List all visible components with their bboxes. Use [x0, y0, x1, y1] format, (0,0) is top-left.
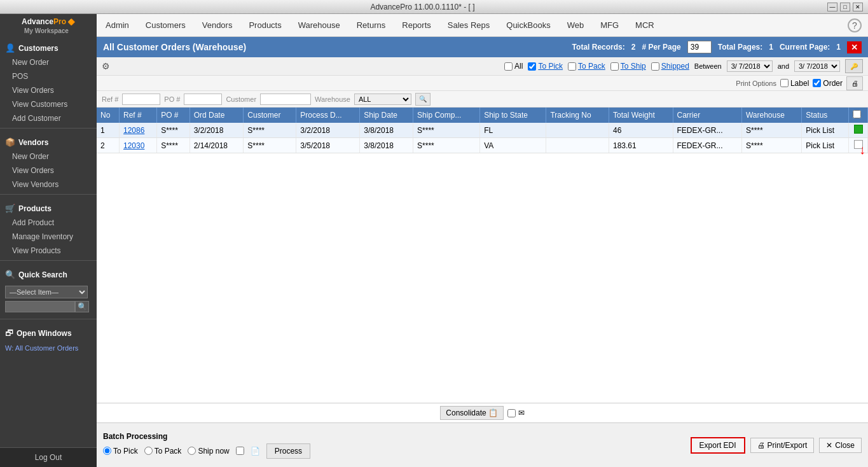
- menu-products[interactable]: Products: [246, 19, 284, 31]
- select-all-checkbox[interactable]: [853, 110, 861, 118]
- menu-mfg[interactable]: MFG: [598, 19, 621, 31]
- sidebar-item-view-vendors[interactable]: View Vendors: [0, 178, 97, 192]
- po-search-input[interactable]: [184, 94, 222, 105]
- menu-vendors[interactable]: Vendors: [200, 19, 235, 31]
- col-customer: Customer: [244, 108, 296, 123]
- cell-ship-comp: S****: [413, 138, 480, 153]
- menu-admin[interactable]: Admin: [103, 19, 132, 31]
- filter-row: ⚙ All To Pick To Pack: [97, 57, 868, 76]
- shipped-checkbox[interactable]: [651, 62, 659, 71]
- menu-sales-reps[interactable]: Sales Reps: [445, 19, 492, 31]
- sidebar-item-manage-inventory[interactable]: Manage Inventory: [0, 230, 97, 244]
- shipped-filter-text[interactable]: Shipped: [661, 62, 689, 71]
- menu-warehouse[interactable]: Warehouse: [296, 19, 343, 31]
- menu-customers[interactable]: Customers: [143, 19, 188, 31]
- title-bar: AdvancePro 11.00.0.1110* - [ ] — □ ✕: [0, 0, 868, 14]
- sidebar-item-new-order-vend[interactable]: New Order: [0, 150, 97, 164]
- to-pick-radio-label[interactable]: To Pick: [103, 447, 138, 456]
- menu-quickbooks[interactable]: QuickBooks: [504, 19, 553, 31]
- order-print-checkbox[interactable]: [813, 79, 821, 87]
- ref-link[interactable]: 12086: [123, 126, 144, 135]
- search-go-btn[interactable]: 🔍: [415, 93, 431, 106]
- minimize-btn[interactable]: —: [827, 3, 837, 11]
- export-edi-btn[interactable]: Export EDI: [691, 437, 745, 454]
- open-window-all-customer-orders[interactable]: W: All Customer Orders: [5, 343, 92, 353]
- to-ship-checkbox[interactable]: [610, 62, 619, 71]
- col-no: No: [97, 108, 120, 123]
- sidebar-divider-4: [0, 319, 97, 319]
- sidebar-item-pos[interactable]: POS: [0, 69, 97, 83]
- ship-now-radio-label[interactable]: Ship now: [188, 447, 229, 456]
- ref-link[interactable]: 12030: [123, 141, 144, 150]
- to-pack-radio[interactable]: [144, 447, 153, 455]
- quick-search-input[interactable]: [5, 301, 75, 312]
- cell-process-date: 3/2/2018: [296, 123, 360, 138]
- menu-web[interactable]: Web: [565, 19, 587, 31]
- per-page-input[interactable]: [687, 41, 712, 53]
- all-checkbox[interactable]: [504, 62, 513, 71]
- customer-search-input[interactable]: [260, 94, 311, 105]
- shipped-filter-label[interactable]: Shipped: [651, 62, 689, 71]
- print-btn[interactable]: 🖨: [846, 76, 863, 90]
- to-pack-filter-text[interactable]: To Pack: [578, 62, 605, 71]
- to-pick-checkbox[interactable]: [528, 62, 536, 71]
- sidebar-item-view-orders-cust[interactable]: View Orders: [0, 83, 97, 97]
- menu-returns[interactable]: Returns: [354, 19, 389, 31]
- help-icon[interactable]: ?: [848, 18, 862, 32]
- cell-ship-state: FL: [480, 123, 546, 138]
- cell-ref[interactable]: 12086: [120, 123, 157, 138]
- between-label: Between: [694, 62, 722, 70]
- sidebar-open-windows-header: 🗗 Open Windows: [0, 324, 97, 340]
- sidebar-item-view-products[interactable]: View Products: [0, 244, 97, 258]
- label-print-checkbox-label[interactable]: Label: [780, 79, 809, 88]
- close-bottom-btn[interactable]: ✕ Close: [819, 438, 862, 453]
- menu-mcr[interactable]: MCR: [633, 19, 657, 31]
- quick-search-select[interactable]: —Select Item—: [5, 286, 88, 298]
- cell-ref[interactable]: 12030: [120, 138, 157, 153]
- process-btn[interactable]: Process: [266, 443, 310, 459]
- to-pick-filter-text[interactable]: To Pick: [538, 62, 563, 71]
- open-windows-section: W: All Customer Orders: [0, 340, 97, 356]
- warehouse-select[interactable]: ALL: [354, 94, 411, 105]
- to-pick-radio[interactable]: [103, 447, 111, 455]
- to-pick-filter-label[interactable]: To Pick: [528, 62, 563, 71]
- cell-carrier: FEDEX-GR...: [673, 123, 741, 138]
- print-export-btn[interactable]: 🖨 Print/Export: [750, 438, 815, 453]
- log-out-button[interactable]: Log Out: [0, 447, 97, 467]
- date-from-select[interactable]: 3/ 7/2018: [727, 60, 773, 72]
- label-print-checkbox[interactable]: [780, 79, 789, 87]
- table-row[interactable]: 2 12030 S**** 2/14/2018 S**** 3/5/2018 3…: [97, 138, 868, 153]
- sidebar-item-view-customers[interactable]: View Customers: [0, 97, 97, 111]
- sidebar-item-add-customer[interactable]: Add Customer: [0, 111, 97, 125]
- to-ship-filter-text[interactable]: To Ship: [621, 62, 646, 71]
- date-search-btn[interactable]: 🔑: [845, 59, 863, 73]
- sidebar-item-add-product[interactable]: Add Product: [0, 216, 97, 230]
- menu-reports[interactable]: Reports: [399, 19, 434, 31]
- sidebar-item-view-orders-vend[interactable]: View Orders: [0, 164, 97, 178]
- close-window-btn[interactable]: ✕: [853, 3, 863, 11]
- batch-extra-checkbox[interactable]: [236, 447, 244, 455]
- and-label: and: [778, 62, 789, 70]
- to-pack-radio-label[interactable]: To Pack: [144, 447, 182, 456]
- menu-row: Advance Pro 🔶 My Workspace Admin Custome…: [0, 14, 868, 37]
- restore-btn[interactable]: □: [840, 3, 850, 11]
- to-pack-filter-label[interactable]: To Pack: [568, 62, 605, 71]
- table-row[interactable]: 1 12086 S**** 3/2/2018 S**** 3/2/2018 3/…: [97, 123, 868, 138]
- table-container[interactable]: No Ref # PO # Ord Date Customer Process …: [97, 108, 868, 403]
- all-filter-label[interactable]: All: [504, 62, 523, 71]
- to-ship-filter-label[interactable]: To Ship: [610, 62, 646, 71]
- consolidate-btn[interactable]: Consolidate 📋: [440, 406, 503, 420]
- consolidate-icon: 📋: [488, 408, 498, 417]
- quick-search-button[interactable]: 🔍: [75, 301, 89, 312]
- to-pack-checkbox[interactable]: [568, 62, 576, 71]
- consolidate-checkbox[interactable]: [507, 409, 516, 417]
- settings-gear-icon[interactable]: ⚙: [102, 61, 110, 71]
- cell-tracking: [546, 138, 609, 153]
- sidebar-item-new-order-cust[interactable]: New Order: [0, 55, 97, 69]
- order-print-checkbox-label[interactable]: Order: [813, 79, 843, 88]
- date-to-select[interactable]: 3/ 7/2018: [794, 60, 840, 72]
- cell-process-date: 3/5/2018: [296, 138, 360, 153]
- close-page-btn[interactable]: ✕: [847, 41, 862, 53]
- ref-search-input[interactable]: [122, 94, 160, 105]
- ship-now-radio[interactable]: [188, 447, 196, 455]
